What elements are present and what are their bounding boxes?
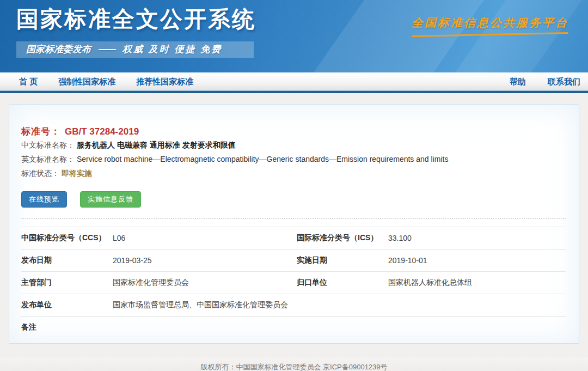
site-banner: 国家标准全文公开系统 全国标准信息公共服务平台 国家标准委发布——权威 及时 便…: [0, 0, 588, 72]
platform-link[interactable]: 全国标准信息公共服务平台: [412, 15, 568, 35]
status-line: 标准状态：即将实施: [21, 166, 566, 180]
standard-number-label: 标准号：: [21, 126, 60, 137]
implement-date-label: 实施日期: [297, 250, 388, 272]
subtitle-slogan: 权威 及时 便捷 免费: [122, 44, 222, 54]
page-footer: 版权所有：中国国家标准化管理委员会 京ICP备09001239号: [0, 357, 588, 371]
standard-detail-card: 标准号：GB/T 37284-2019 中文标准名称：服务机器人 电磁兼容 通用…: [9, 104, 579, 344]
ccs-value: L06: [113, 227, 297, 250]
ics-label: 国际标准分类号（ICS）: [297, 227, 388, 250]
nav-item-home[interactable]: 首 页: [19, 77, 38, 87]
publisher-value: 国家市场监督管理总局、中国国家标准化管理委员会: [113, 294, 566, 317]
main-navbar: 首 页 强制性国家标准 推荐性国家标准 帮助 联系我们: [0, 72, 588, 90]
table-row-classification: 中国标准分类号（CCS） L06 国际标准分类号（ICS） 33.100: [21, 227, 566, 250]
standard-number-value: GB/T 37284-2019: [65, 126, 139, 137]
en-name-line: 英文标准名称：Service robot machine—Electromagn…: [21, 152, 566, 166]
centralized-unit-label: 归口单位: [297, 272, 388, 294]
dotted-divider: [21, 218, 566, 219]
cn-name-line: 中文标准名称：服务机器人 电磁兼容 通用标准 发射要求和限值: [21, 138, 566, 152]
en-name-value: Service robot machine—Electromagnetic co…: [77, 155, 448, 163]
table-row-remarks: 备注: [21, 317, 566, 339]
implement-date-value: 2019-10-01: [388, 250, 566, 272]
table-row-departments: 主管部门 国家标准化管理委员会 归口单位 国家机器人标准化总体组: [21, 272, 566, 294]
ics-value: 33.100: [388, 227, 566, 250]
remarks-label: 备注: [21, 317, 113, 339]
action-button-row: 在线预览 实施信息反馈: [21, 191, 566, 208]
table-row-publisher: 发布单位 国家市场监督管理总局、中国国家标准化管理委员会: [21, 294, 566, 317]
platform-link-text: 全国标准信息公共服务平台: [412, 15, 568, 31]
competent-dept-label: 主管部门: [21, 272, 113, 294]
status-badge: 即将实施: [62, 169, 92, 178]
en-name-label: 英文标准名称：: [21, 155, 75, 163]
cn-name-value: 服务机器人 电磁兼容 通用标准 发射要求和限值: [77, 141, 236, 149]
ccs-label: 中国标准分类号（CCS）: [21, 227, 113, 250]
nav-item-recommended-standards[interactable]: 推荐性国家标准: [136, 77, 193, 87]
nav-item-contact[interactable]: 联系我们: [548, 77, 580, 87]
subtitle-dash: ——: [99, 44, 115, 54]
cn-name-label: 中文标准名称：: [21, 141, 75, 149]
standard-info-table: 中国标准分类号（CCS） L06 国际标准分类号（ICS） 33.100 发布日…: [21, 227, 566, 338]
content-area: 标准号：GB/T 37284-2019 中文标准名称：服务机器人 电磁兼容 通用…: [0, 93, 588, 351]
navbar-right: 帮助 联系我们: [510, 77, 580, 87]
remarks-value: [113, 317, 566, 339]
subtitle-publisher: 国家标准委发布: [26, 44, 91, 54]
banner-subtitle: 国家标准委发布——权威 及时 便捷 免费: [16, 41, 254, 58]
navbar-left: 首 页 强制性国家标准 推荐性国家标准: [19, 77, 193, 87]
status-label: 标准状态：: [21, 169, 59, 178]
site-title: 国家标准全文公开系统: [16, 4, 256, 34]
competent-dept-value: 国家标准化管理委员会: [113, 272, 297, 294]
copyright-text: 版权所有：中国国家标准化管理委员会 京ICP备09001239号: [200, 362, 387, 371]
nav-item-mandatory-standards[interactable]: 强制性国家标准: [58, 77, 115, 87]
centralized-unit-value: 国家机器人标准化总体组: [388, 272, 566, 294]
online-preview-button[interactable]: 在线预览: [21, 191, 67, 208]
implementation-feedback-button[interactable]: 实施信息反馈: [80, 191, 141, 208]
publish-date-label: 发布日期: [21, 250, 113, 272]
publish-date-value: 2019-03-25: [113, 250, 297, 272]
standard-number-line: 标准号：GB/T 37284-2019: [21, 125, 566, 138]
table-row-dates: 发布日期 2019-03-25 实施日期 2019-10-01: [21, 250, 566, 272]
publisher-label: 发布单位: [21, 294, 113, 317]
nav-item-help[interactable]: 帮助: [510, 77, 526, 87]
